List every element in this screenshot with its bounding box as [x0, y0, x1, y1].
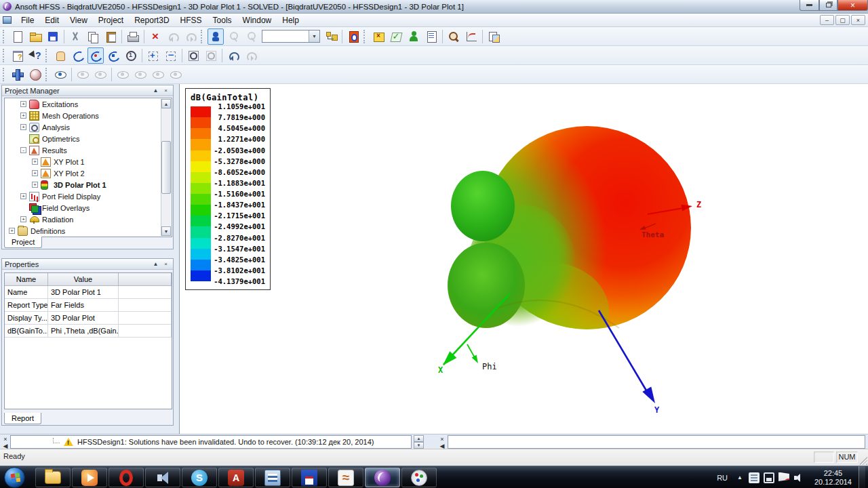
taskbar-button-skype[interactable]: S [182, 468, 217, 487]
view-redo-icon[interactable] [243, 47, 259, 64]
save-project-icon[interactable] [45, 28, 61, 45]
tree-item-field-overlays[interactable]: Field Overlays [5, 202, 172, 214]
tree-item-definitions[interactable]: +Definitions [5, 225, 172, 237]
delete-icon[interactable] [147, 28, 163, 45]
report-tab[interactable]: Report [4, 413, 41, 424]
redo-icon[interactable] [182, 28, 199, 45]
message-window-close-icon[interactable]: ×◀ [1, 436, 9, 448]
menu-view[interactable]: View [64, 14, 93, 26]
show-selection-icon[interactable] [92, 66, 108, 83]
taskbar-button-opera-browser[interactable] [108, 468, 144, 487]
taskbar-button-media-app[interactable] [145, 468, 180, 487]
tray-program-icon[interactable] [749, 472, 760, 483]
expand-toggle-icon[interactable]: + [9, 228, 15, 234]
tree-item-port-field-display[interactable]: +Port Field Display [5, 190, 172, 202]
rotate-screen-center-icon[interactable] [105, 47, 121, 64]
volume-icon[interactable] [793, 472, 804, 483]
assign-excitation-icon[interactable] [345, 28, 361, 45]
close-button[interactable]: × [837, 0, 868, 11]
tree-item-3d-polar-plot-1[interactable]: +3D Polar Plot 1 [5, 179, 172, 190]
taskbar-button-paint-app[interactable] [401, 468, 437, 487]
expand-toggle-icon[interactable]: + [32, 182, 38, 188]
zoom-in-icon[interactable] [145, 47, 161, 64]
copy-icon[interactable] [85, 28, 101, 45]
panel-collapse-icon[interactable]: ▲ [151, 87, 160, 95]
zoom-out-icon[interactable] [163, 47, 179, 64]
hidden-icons-arrow-icon[interactable]: ▲ [733, 474, 747, 481]
scroll-thumb[interactable] [161, 141, 171, 194]
hide-selection-icon[interactable] [75, 66, 91, 83]
undo-icon[interactable] [165, 28, 181, 45]
tree-item-excitations[interactable]: +Excitations [5, 98, 172, 110]
property-value-cell[interactable]: 3D Polar Plot [48, 312, 119, 324]
menu-hfss[interactable]: HFSS [175, 14, 208, 26]
menu-project[interactable]: Project [93, 14, 129, 26]
start-button[interactable] [4, 467, 25, 488]
expand-toggle-icon[interactable]: + [20, 101, 26, 107]
tree-item-analysis[interactable]: +Analysis [5, 121, 172, 133]
open-project-icon[interactable] [27, 28, 43, 45]
rotate-current-axis-icon[interactable] [87, 47, 104, 64]
taskbar-clock[interactable]: 22:45 20.12.2014 [806, 469, 859, 487]
snap-mode-icon[interactable] [243, 28, 259, 45]
menu-window[interactable]: Window [237, 14, 277, 26]
mdi-restore-button[interactable]: ▢ [835, 15, 850, 25]
expand-toggle-icon[interactable]: + [32, 159, 38, 165]
restore-button[interactable] [819, 0, 837, 11]
project-tab[interactable]: Project [4, 237, 42, 248]
scroll-down-icon[interactable]: ▼ [161, 226, 171, 236]
rotate-model-center-icon[interactable] [70, 47, 86, 64]
tree-item-xy-plot-1[interactable]: +XY Plot 1 [5, 156, 172, 167]
taskbar-button-adobe-reader[interactable]: A [218, 468, 254, 487]
panel-close-icon[interactable]: × [161, 87, 170, 95]
fit-selection-icon[interactable] [203, 47, 219, 64]
model-tree-toggle-icon[interactable] [323, 28, 339, 45]
copy-image-icon[interactable] [486, 28, 502, 45]
network-status-icon[interactable] [764, 472, 774, 483]
panel-close-icon[interactable]: × [161, 260, 170, 268]
action-center-icon[interactable] [778, 472, 789, 483]
expand-toggle-icon[interactable]: + [32, 170, 38, 176]
combo-dropdown-icon[interactable]: ▼ [309, 30, 319, 42]
spinner-down-icon[interactable]: ▼ [414, 442, 424, 449]
language-indicator[interactable]: RU [711, 474, 733, 482]
tree-item-radiation[interactable]: +Radiation [5, 214, 172, 225]
menu-edit[interactable]: Edit [39, 14, 64, 26]
expand-toggle-icon[interactable]: + [20, 124, 26, 130]
progress-window-close-icon[interactable]: ×◀ [438, 436, 446, 448]
tree-scrollbar[interactable]: ▲ ▼ [161, 99, 171, 236]
whats-this-help-icon[interactable] [27, 47, 43, 64]
property-value-cell[interactable]: Phi ,Theta ,dB(Gain... [48, 325, 119, 337]
taskbar-button-system-utility[interactable] [255, 468, 290, 487]
create-report-icon[interactable] [463, 28, 479, 45]
submit-job-icon[interactable] [406, 28, 422, 45]
property-value-cell[interactable]: 3D Polar Plot 1 [48, 286, 119, 298]
visibility-option-3-icon[interactable] [150, 66, 166, 83]
menu-report3d[interactable]: Report3D [129, 14, 174, 26]
expand-toggle-icon[interactable]: + [20, 113, 26, 119]
paste-icon[interactable] [102, 28, 119, 45]
print-icon[interactable] [125, 28, 141, 45]
mdi-child-icon[interactable] [3, 16, 12, 24]
tree-item-xy-plot-2[interactable]: +XY Plot 2 [5, 167, 172, 179]
view-undo-icon[interactable] [225, 47, 241, 64]
menu-tools[interactable]: Tools [208, 14, 237, 26]
expand-toggle-icon[interactable]: + [20, 216, 26, 222]
visibility-option-1-icon[interactable] [115, 66, 131, 83]
taskbar-button-media-player[interactable] [72, 468, 107, 487]
measure-mode-icon[interactable] [225, 28, 241, 45]
panel-collapse-icon[interactable]: ▲ [151, 260, 160, 268]
visibility-option-2-icon[interactable] [132, 66, 149, 83]
visibility-option-4-icon[interactable] [167, 66, 184, 83]
expand-toggle-icon[interactable]: + [20, 193, 26, 199]
visibility-all-icon[interactable] [52, 66, 68, 83]
expand-toggle-icon[interactable]: - [20, 147, 26, 153]
tree-item-optimetrics[interactable]: Optimetrics [5, 133, 172, 144]
validation-check-icon[interactable] [370, 28, 387, 45]
dynamic-zoom-icon[interactable] [123, 47, 139, 64]
analyze-all-icon[interactable] [388, 28, 404, 45]
solution-data-icon[interactable] [423, 28, 439, 45]
mdi-close-button[interactable]: × [851, 15, 865, 25]
context-help-icon[interactable] [9, 47, 26, 64]
menu-file[interactable]: File [16, 14, 39, 26]
